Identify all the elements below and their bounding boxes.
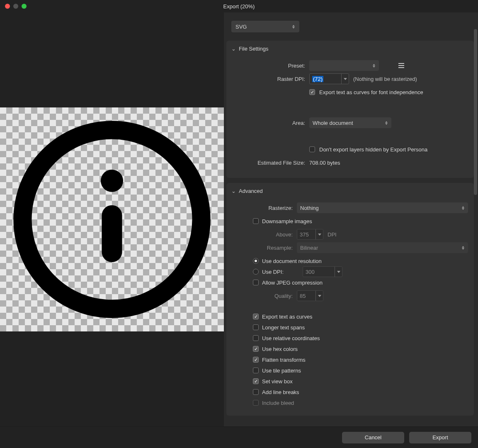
window-title: Export (20%): [0, 3, 478, 10]
downsample-label: Downsample images: [262, 218, 312, 224]
file-settings-header[interactable]: ⌄ File Settings: [231, 45, 468, 58]
advanced-option-label: Export text as curves: [262, 314, 312, 320]
advanced-option-row: Set view box: [253, 376, 468, 387]
advanced-option-row: Include bleed: [253, 397, 468, 408]
allow-jpeg-checkbox[interactable]: [253, 280, 259, 285]
advanced-option-label: Include bleed: [262, 400, 294, 406]
advanced-option-row: Use tile patterns: [253, 365, 468, 376]
quality-input[interactable]: 85: [297, 290, 323, 301]
stepper-arrows-icon: [372, 64, 376, 68]
resample-label: Resample:: [231, 245, 297, 251]
use-document-resolution-radio[interactable]: [253, 258, 259, 264]
export-dialog: Export (20%) SVG: [0, 0, 478, 448]
use-dpi-input[interactable]: 300: [303, 266, 342, 277]
dialog-footer: Cancel Export: [0, 426, 478, 448]
advanced-option-row: Export text as curves: [253, 311, 468, 322]
chevron-down-icon: [318, 234, 321, 236]
format-value: SVG: [235, 24, 247, 30]
allow-jpeg-label: Allow JPEG compression: [262, 280, 323, 286]
advanced-option-label: Set view box: [262, 378, 293, 385]
advanced-option-label: Flatten transforms: [262, 357, 306, 363]
info-icon: [10, 118, 214, 321]
raster-dpi-value: (72): [312, 76, 323, 82]
titlebar: Export (20%): [0, 0, 478, 12]
advanced-section: ⌄ Advanced Rasterize: Nothing: [226, 183, 474, 416]
advanced-option-row: Flatten transforms: [253, 354, 468, 365]
dont-export-hidden-label: Don't export layers hidden by Export Per…: [319, 146, 427, 153]
raster-dpi-note: (Nothing will be rasterized): [353, 76, 417, 82]
downsample-checkbox[interactable]: [253, 218, 259, 224]
resample-dropdown[interactable]: Bilinear: [297, 242, 468, 253]
quality-label: Quality:: [231, 293, 297, 299]
advanced-option-row: Use relative coordinates: [253, 333, 468, 343]
area-dropdown[interactable]: Whole document: [309, 117, 391, 128]
svg-point-1: [101, 170, 123, 192]
section-title: File Settings: [239, 46, 269, 52]
advanced-option-checkbox[interactable]: [253, 324, 259, 330]
cancel-label: Cancel: [365, 434, 381, 441]
preset-label: Preset:: [231, 63, 309, 69]
stepper-arrows-icon: [292, 25, 295, 29]
hamburger-icon: [398, 63, 404, 68]
advanced-option-checkbox[interactable]: [253, 357, 259, 363]
dont-export-hidden-checkbox[interactable]: [309, 146, 315, 152]
dialog-body: SVG ⌄ File Settings Preset:: [0, 12, 478, 426]
advanced-option-checkbox[interactable]: [253, 346, 259, 352]
svg-rect-2: [102, 205, 122, 262]
cancel-button[interactable]: Cancel: [342, 432, 404, 443]
export-button[interactable]: Export: [409, 432, 471, 443]
advanced-option-label: Use hex colors: [262, 346, 298, 352]
preview-canvas: [0, 107, 224, 331]
use-dpi-value: 300: [306, 269, 335, 275]
export-label: Export: [432, 434, 448, 441]
stepper-arrows-icon: [461, 246, 465, 250]
rasterize-label: Rasterize:: [231, 205, 297, 211]
chevron-down-icon: [318, 295, 321, 297]
format-row: SVG: [224, 12, 478, 41]
resample-value: Bilinear: [300, 245, 318, 251]
estimated-size-label: Estimated File Size:: [231, 160, 309, 166]
chevron-down-icon: ⌄: [231, 188, 236, 194]
chevron-down-icon: [337, 271, 340, 273]
above-label: Above:: [231, 231, 297, 238]
section-title: Advanced: [239, 188, 263, 194]
rasterize-dropdown[interactable]: Nothing: [297, 202, 468, 213]
advanced-option-checkbox[interactable]: [253, 335, 259, 341]
advanced-option-label: Use tile patterns: [262, 368, 301, 374]
quality-value: 85: [300, 293, 315, 299]
advanced-option-row: Longer text spans: [253, 322, 468, 333]
raster-dpi-input[interactable]: (72): [309, 73, 349, 84]
advanced-option-checkbox[interactable]: [253, 314, 259, 319]
area-value: Whole document: [313, 120, 353, 126]
area-label: Area:: [231, 120, 309, 126]
advanced-option-checkbox[interactable]: [253, 368, 259, 373]
file-settings-section: ⌄ File Settings Preset:: [226, 41, 474, 178]
scrollbar[interactable]: [474, 29, 477, 195]
advanced-option-row: Use hex colors: [253, 343, 468, 354]
rasterize-value: Nothing: [300, 205, 319, 211]
stepper-arrows-icon: [385, 121, 388, 125]
format-dropdown[interactable]: SVG: [231, 21, 299, 32]
advanced-option-checkbox[interactable]: [253, 378, 259, 384]
advanced-option-checkbox[interactable]: [253, 389, 259, 395]
preset-menu-button[interactable]: [396, 61, 406, 71]
stepper-arrows-icon: [461, 206, 465, 210]
settings-scroll[interactable]: ⌄ File Settings Preset:: [224, 41, 478, 426]
above-input[interactable]: 375: [297, 229, 323, 240]
advanced-option-row: Add line breaks: [253, 387, 468, 397]
raster-dpi-label: Raster DPI:: [231, 76, 309, 82]
advanced-header[interactable]: ⌄ Advanced: [231, 187, 468, 200]
export-text-curves-label: Export text as curves for font independe…: [319, 89, 423, 95]
use-document-resolution-label: Use document resolution: [262, 258, 322, 264]
preview-pane: [0, 12, 224, 426]
use-dpi-radio[interactable]: [253, 269, 259, 275]
above-value: 375: [300, 231, 315, 238]
chevron-down-icon: [344, 78, 347, 80]
export-text-curves-checkbox[interactable]: [309, 89, 315, 95]
estimated-size-value: 708.00 bytes: [309, 160, 340, 166]
chevron-down-icon: ⌄: [231, 46, 236, 52]
use-dpi-label: Use DPI:: [262, 269, 284, 275]
above-unit: DPI: [328, 231, 337, 238]
advanced-option-label: Add line breaks: [262, 389, 299, 395]
preset-dropdown[interactable]: [309, 60, 379, 71]
